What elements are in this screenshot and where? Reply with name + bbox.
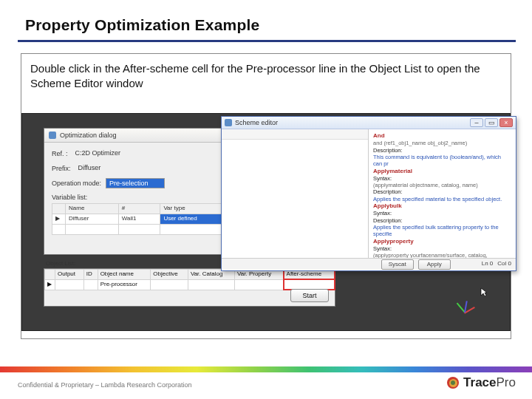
- obj-h-output: Output: [55, 270, 84, 280]
- start-button[interactable]: Start: [290, 289, 329, 302]
- syscat-button[interactable]: Syscat: [381, 259, 414, 270]
- footer-text: Confidential & Proprietary – Lambda Rese…: [18, 381, 192, 389]
- cursor-icon: [480, 287, 488, 297]
- optimization-dialog-title: Optimization dialog: [60, 131, 117, 140]
- table-row[interactable]: ▶ Pre-processor: [45, 279, 335, 290]
- var-header-blank: [52, 204, 66, 214]
- cmd-applyproperty: Applyproperty: [373, 238, 511, 245]
- scheme-command-help: And and (ref1_obj1_name obj_obj2_name) D…: [369, 129, 516, 258]
- close-button[interactable]: ×: [499, 118, 513, 127]
- cmd-and: And: [373, 132, 511, 140]
- instruction-text: Double click in the After-scheme cell fo…: [30, 61, 499, 92]
- cmd-applybulk: Applybulk: [373, 202, 511, 210]
- scheme-editor-window: Scheme editor – ▭ × And and (ref1_obj1_n…: [221, 116, 516, 271]
- title-underline: [18, 40, 516, 42]
- opmode-select[interactable]: Pre-selection: [106, 178, 165, 188]
- cmd-applymaterial: Applymaterial: [373, 168, 511, 175]
- scheme-editor-title: Scheme editor: [235, 118, 278, 127]
- minimize-button[interactable]: –: [470, 118, 483, 127]
- rainbow-divider: [0, 366, 532, 372]
- var-header-name: Name: [66, 204, 119, 214]
- obj-h-name: Object name: [98, 270, 151, 280]
- preprocessor-cell[interactable]: Pre-processor: [98, 279, 151, 290]
- scheme-text-area[interactable]: [222, 140, 368, 258]
- ref-label: Ref. :: [52, 149, 68, 158]
- ref-value: C:2D Optimizer: [72, 149, 132, 159]
- instruction-box: Double click in the After-scheme cell fo…: [21, 53, 511, 339]
- status-line: Ln 0: [482, 260, 494, 268]
- app-icon: [49, 132, 56, 139]
- scheme-icon: [225, 119, 232, 126]
- object-list-panel: Object List: Output ID Object name Objec…: [44, 268, 335, 307]
- scheme-toolbar[interactable]: [222, 129, 368, 140]
- apply-button[interactable]: Apply: [418, 259, 451, 270]
- prefix-label: Prefix:: [52, 164, 71, 173]
- var-header-num: #: [118, 204, 160, 214]
- obj-h-id: ID: [83, 270, 98, 280]
- scheme-editor-left-pane: [222, 129, 369, 258]
- opmode-label: Operation mode:: [52, 179, 101, 188]
- object-list-table[interactable]: Output ID Object name Objective Var. Cat…: [44, 269, 335, 290]
- scheme-editor-title-bar[interactable]: Scheme editor – ▭ ×: [222, 117, 516, 129]
- scheme-status-bar: Syscat Apply Ln 0 Col 0: [222, 258, 516, 270]
- tracepro-logo: TracePro: [447, 375, 516, 390]
- tracepro-logo-icon: [447, 377, 459, 389]
- status-col: Col 0: [497, 260, 511, 268]
- maximize-button[interactable]: ▭: [485, 118, 498, 127]
- prefix-value: Diffuser: [75, 163, 134, 174]
- slide-title: Property Optimization Example: [25, 16, 259, 34]
- object-list-label: Object List:: [46, 260, 75, 268]
- obj-h-objective: Objective: [151, 270, 188, 280]
- axis-gizmo: [455, 295, 480, 317]
